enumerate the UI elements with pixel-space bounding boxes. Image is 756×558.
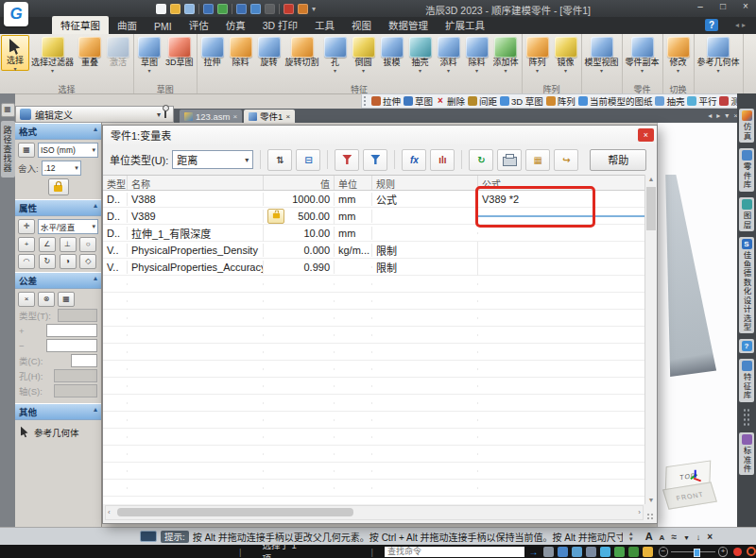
part-body[interactable]	[660, 175, 718, 377]
qat-dropdown-icon[interactable]: ▾	[312, 5, 316, 13]
table-row-PhysicalProperties_Accuracy[interactable]: V..PhysicalProperties_Accuracy0.990限制	[103, 259, 645, 276]
vertical-scroll-thumb[interactable]	[646, 187, 656, 230]
cmd-sketch[interactable]: 草图	[404, 94, 433, 108]
tab-extensions[interactable]: 扩展工具	[437, 16, 493, 34]
wave-icon[interactable]: ≈	[671, 532, 677, 542]
mirror-button[interactable]: 镜像▾	[552, 35, 580, 73]
minimize-button[interactable]: –	[694, 1, 707, 11]
doc-tab-part1[interactable]: 零件1×	[244, 110, 295, 123]
scroll-right-icon[interactable]: ›	[638, 508, 641, 516]
filter-button[interactable]	[363, 149, 387, 171]
record-icon[interactable]	[733, 548, 742, 556]
scroll-down-icon[interactable]: ▼	[645, 497, 657, 503]
extrude-button[interactable]: 拉伸	[198, 35, 227, 68]
tab-view[interactable]: 视图	[343, 16, 380, 34]
remove-button[interactable]: 除料▾	[463, 35, 491, 73]
empty-row[interactable]	[103, 412, 645, 429]
cmd-drawing-of-model[interactable]: 当前模型的图纸	[578, 94, 653, 108]
folder-icon[interactable]	[643, 547, 653, 557]
style-grid-icon[interactable]: ▦	[18, 143, 35, 158]
tab-scroll-arrows[interactable]: ◂▸	[735, 21, 748, 29]
panel-dropdown-icon[interactable]: ▾	[157, 110, 161, 119]
sketch-view-icon[interactable]	[628, 547, 639, 557]
tab-part-library[interactable]: 零件库	[739, 148, 754, 192]
sketch-button[interactable]: 草图▾	[135, 35, 163, 73]
tolerance-field-2[interactable]	[46, 339, 97, 352]
zoom-in-icon[interactable]: +	[718, 547, 729, 557]
run-command-icon[interactable]: →	[529, 547, 540, 557]
relate-equal-icon[interactable]: ◇	[79, 254, 96, 269]
section-other[interactable]: 其他▴	[15, 403, 101, 420]
help-button[interactable]: 帮助	[590, 149, 646, 171]
round-button[interactable]: 倒圆▾	[350, 35, 378, 73]
tab-feature-sketch[interactable]: 特征草图	[52, 16, 109, 34]
empty-row[interactable]	[103, 497, 645, 504]
doc-tab-123asm[interactable]: 123.asm×	[180, 110, 242, 123]
sketch-3d-button[interactable]: 3D草图	[163, 35, 196, 68]
tab-help-pane[interactable]: ?	[739, 339, 754, 353]
tolerance-table-button[interactable]: ▦	[58, 292, 75, 307]
tab-prev-icon[interactable]: ◂	[708, 111, 712, 120]
empty-row[interactable]	[103, 395, 645, 412]
collapse-icon[interactable]: ▴	[94, 201, 97, 215]
tab-parametric-design[interactable]: S佳鱼德数化设计选型	[739, 237, 754, 334]
standard-select[interactable]: ISO (mm)▾	[38, 143, 98, 158]
new-document-icon[interactable]	[156, 4, 166, 14]
section-tolerance[interactable]: 公差▴	[15, 272, 101, 289]
empty-row[interactable]	[103, 378, 645, 395]
close-tab-icon[interactable]: ×	[232, 112, 237, 121]
activate-button[interactable]: 激活	[104, 35, 132, 68]
zoom-icon[interactable]	[572, 547, 582, 557]
relate-symmetric-icon[interactable]: ◑	[60, 254, 77, 269]
column-header-3[interactable]: 单位	[335, 176, 372, 190]
empty-row[interactable]	[103, 327, 645, 344]
shell-button[interactable]: 抽壳▾	[406, 35, 435, 73]
modify-button[interactable]: 修改▾	[664, 35, 693, 73]
cmd-extrude[interactable]: 拉伸	[371, 94, 401, 108]
save-all-icon[interactable]	[217, 4, 228, 14]
empty-row[interactable]	[103, 463, 645, 480]
empty-row[interactable]	[103, 310, 645, 327]
lock-chip[interactable]	[267, 209, 284, 224]
empty-row[interactable]	[103, 344, 645, 361]
tip-scroll-spinner[interactable]: ▲▼	[627, 531, 636, 542]
maximize-button[interactable]: □	[716, 1, 730, 11]
reference-geometry-item[interactable]: 参考几何体	[15, 420, 101, 444]
font-increase-icon[interactable]: A	[645, 531, 653, 542]
column-header-0[interactable]: 类型	[103, 176, 128, 190]
relate-angle-icon[interactable]: ∠	[39, 237, 56, 252]
relate-perpendicular-icon[interactable]: ⊥	[60, 237, 77, 252]
column-header-4[interactable]: 规则	[372, 176, 478, 190]
tab-feature-library[interactable]: 特征库	[739, 359, 754, 402]
relate-rotate-icon[interactable]: ↻	[39, 254, 56, 269]
tab-list-icon[interactable]: ▾	[725, 111, 729, 120]
empty-row[interactable]	[103, 480, 645, 497]
view-style-icon[interactable]	[543, 547, 554, 557]
tolerance-none-button[interactable]: ×	[18, 292, 35, 307]
horizontal-scroll-thumb[interactable]	[117, 508, 353, 516]
chart-button[interactable]: ılı	[430, 149, 455, 171]
tab-standard-parts[interactable]: 标准件	[739, 432, 754, 476]
tree-view-button[interactable]: ⊟	[296, 149, 320, 171]
stop-record-icon[interactable]	[747, 547, 756, 556]
redo-icon[interactable]	[265, 4, 275, 14]
part-copy-button[interactable]: 零件副本▾	[624, 35, 662, 73]
relation-select[interactable]: 水平/竖直▾	[38, 219, 98, 234]
tolerance-field-3[interactable]	[71, 354, 97, 367]
tab-pmi[interactable]: PMI	[146, 19, 180, 34]
close-button[interactable]: ×	[739, 1, 752, 11]
copy-link-button[interactable]: ▦	[525, 149, 550, 171]
cmd-pattern[interactable]: 阵列	[546, 94, 576, 108]
relate-concentric-icon[interactable]: ○	[79, 237, 96, 252]
dialog-titlebar[interactable]: 零件1:变量表	[103, 126, 657, 144]
select-filter-button[interactable]: 选择过滤器▾	[29, 35, 76, 73]
theme-icon[interactable]	[298, 4, 308, 14]
zoom-out-icon[interactable]: −	[659, 547, 669, 557]
command-search-input[interactable]	[385, 547, 524, 557]
section-format[interactable]: 格式▴	[15, 123, 101, 140]
refresh-button[interactable]: ↻	[469, 149, 493, 171]
zoom-slider[interactable]	[671, 551, 715, 552]
draft-button[interactable]: 拔模	[378, 35, 406, 68]
relate-connect-icon[interactable]: +	[18, 237, 35, 252]
collapse-icon[interactable]: ▴	[94, 405, 97, 419]
